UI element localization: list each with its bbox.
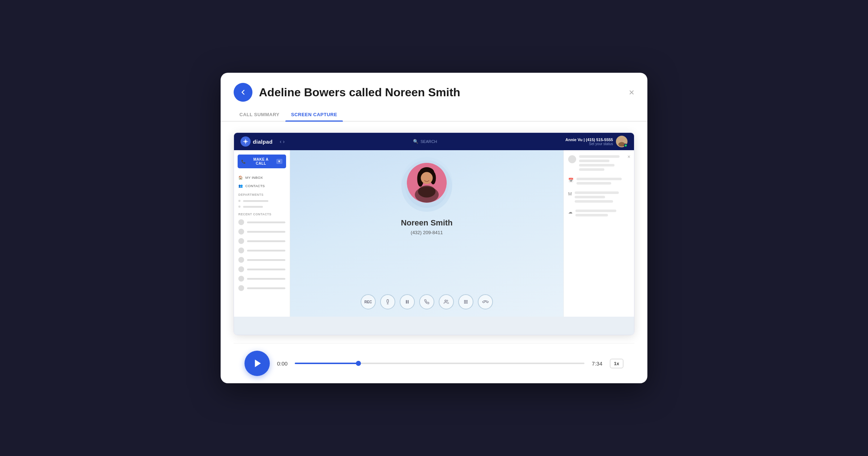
dp-contact-8	[234, 283, 290, 293]
time-current: 0:00	[277, 360, 288, 367]
dp-forward-arrow[interactable]: ›	[283, 139, 285, 144]
dp-make-call-dropdown[interactable]: ▼	[276, 159, 282, 164]
dp-inbox-label: MY INBOX	[245, 176, 263, 180]
dp-contact-avatar-3	[238, 238, 244, 244]
svg-rect-15	[408, 300, 408, 303]
card-header: Adeline Bowers called Noreen Smith ×	[221, 73, 647, 102]
dp-inbox-icon: 🏠	[238, 176, 243, 180]
dp-nav-contacts[interactable]: 👥 CONTACTS	[234, 182, 290, 190]
dp-contact-bar-5	[247, 259, 285, 261]
dp-logo-text: dialpad	[253, 139, 273, 145]
dp-right-row-cal: 📅	[568, 178, 630, 186]
dp-recent-contacts-title: RECENT CONTACTS	[234, 210, 290, 218]
dp-hold-button[interactable]	[400, 294, 415, 309]
dp-call-center: Noreen Smith (432) 209-8411 REC	[290, 150, 563, 317]
dp-end-button[interactable]	[478, 294, 493, 309]
dp-contact-6	[234, 265, 290, 274]
dp-right-row-user	[568, 155, 630, 173]
dp-user-info: Annie Vu | (415) 515-5555 Set your statu…	[565, 136, 627, 147]
dp-skeleton-avatar	[568, 155, 576, 163]
dp-keypad-button[interactable]	[458, 294, 473, 309]
dp-contact-avatar-5	[238, 257, 244, 263]
dp-contact-avatar-7	[238, 276, 244, 282]
dp-contact-bar-1	[247, 221, 285, 223]
svg-point-7	[415, 187, 439, 203]
dp-search-icon: 🔍	[413, 139, 418, 144]
dp-nav-arrows: ‹ ›	[280, 139, 285, 144]
svg-point-1	[620, 138, 624, 142]
dp-user-name: Annie Vu | (415) 515-5555	[565, 138, 613, 142]
dp-contact-1	[234, 218, 290, 227]
dp-contact-avatar-1	[238, 219, 244, 225]
dp-email-icon: M	[568, 191, 572, 197]
svg-marker-26	[255, 360, 261, 367]
dp-main: 📞 MAKE A CALL ▼ 🏠 MY INBOX 👥 CONTACTS DE…	[234, 150, 634, 317]
progress-thumb	[356, 361, 361, 366]
dp-skeleton-3	[579, 164, 614, 166]
dp-dept-dot-2	[238, 206, 241, 208]
dp-skeleton-9	[575, 200, 613, 203]
dp-contact-2	[234, 227, 290, 236]
dp-topbar: dialpad ‹ › 🔍 SEARCH Annie Vu | (415) 51…	[234, 133, 634, 150]
dp-contacts-label: CONTACTS	[245, 184, 265, 188]
dp-make-call-button[interactable]: 📞 MAKE A CALL ▼	[238, 155, 286, 168]
dp-contact-name: Noreen Smith	[401, 218, 452, 228]
dp-search-area[interactable]: 🔍 SEARCH	[289, 139, 561, 144]
dp-rec-button[interactable]: REC	[361, 294, 376, 309]
dp-mute-button[interactable]	[380, 294, 395, 309]
dp-right-row-email: M	[568, 191, 630, 204]
dp-call-controls: REC	[361, 294, 493, 309]
dp-contact-avatar-2	[238, 229, 244, 235]
dp-logo-icon	[241, 136, 251, 147]
dp-right-section-4: ☁	[568, 210, 630, 218]
dp-transfer-button[interactable]	[419, 294, 434, 309]
dp-contact-avatar-6	[238, 266, 244, 272]
tab-screen-capture[interactable]: SCREEN CAPTURE	[285, 108, 343, 121]
dp-add-button[interactable]	[439, 294, 454, 309]
dp-skeleton-6	[576, 182, 611, 185]
dp-contact-7	[234, 274, 290, 283]
svg-rect-17	[464, 300, 465, 301]
play-button[interactable]	[244, 351, 270, 376]
tab-call-summary[interactable]: CALL SUMMARY	[234, 108, 285, 121]
dp-phone-icon: 📞	[241, 160, 246, 164]
dp-right-section-1	[568, 155, 630, 173]
dp-contact-4	[234, 246, 290, 255]
dp-contact-circle	[407, 163, 447, 203]
dp-right-section-3: M	[568, 191, 630, 204]
dp-skeleton-8	[575, 196, 605, 198]
dp-calendar-icon: 📅	[568, 178, 574, 183]
dp-skeleton-10	[575, 210, 616, 212]
svg-rect-21	[465, 301, 466, 302]
dp-contact-phone: (432) 209-8411	[411, 230, 443, 235]
dp-contacts-icon: 👥	[238, 184, 243, 188]
dp-dept-bar-1	[243, 200, 268, 202]
svg-rect-22	[467, 301, 467, 302]
page-title: Adeline Bowers called Noreen Smith	[259, 86, 622, 99]
dp-right-close-button[interactable]: ×	[627, 154, 630, 160]
dp-skeleton-11	[575, 214, 608, 216]
dp-cloud-icon: ☁	[568, 210, 573, 215]
dp-search-label: SEARCH	[421, 139, 437, 144]
back-button[interactable]	[234, 83, 252, 102]
progress-track[interactable]	[295, 363, 584, 364]
dp-contact-avatar-4	[238, 248, 244, 253]
dp-logo: dialpad	[241, 136, 273, 147]
dp-right-panel: ×	[563, 150, 634, 317]
dp-contact-3	[234, 236, 290, 246]
dp-status-dot	[624, 144, 627, 147]
dp-nav-inbox[interactable]: 🏠 MY INBOX	[234, 173, 290, 182]
speed-button[interactable]: 1x	[610, 359, 624, 368]
close-button[interactable]: ×	[629, 88, 634, 97]
dp-skeleton-1	[579, 155, 620, 158]
svg-rect-19	[467, 300, 467, 301]
svg-rect-24	[465, 303, 466, 303]
dialpad-screenshot: dialpad ‹ › 🔍 SEARCH Annie Vu | (415) 51…	[234, 132, 634, 335]
dp-bottom-bar	[234, 317, 634, 335]
dp-skeleton-2	[579, 160, 609, 162]
dp-departments-title: DEPARTMENTS	[234, 190, 290, 198]
dp-contact-bar-6	[247, 269, 285, 270]
dp-contact-bar-8	[247, 287, 285, 289]
svg-rect-18	[465, 300, 466, 301]
dp-back-arrow[interactable]: ‹	[280, 139, 282, 144]
